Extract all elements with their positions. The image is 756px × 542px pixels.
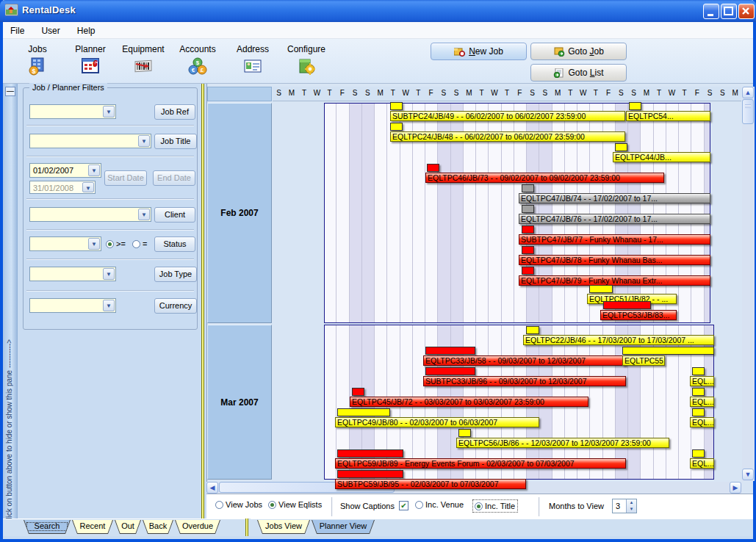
tab-back[interactable]: Back xyxy=(143,520,173,534)
toolbar-item-equipment[interactable]: Equipment xyxy=(118,44,169,77)
scroll-down-icon[interactable]: ▼ xyxy=(742,469,754,480)
job-type-button[interactable]: Job Type xyxy=(154,267,197,282)
title-bar[interactable]: RentalDesk xyxy=(0,0,756,22)
inc-venue-radio[interactable]: Inc. Venue xyxy=(415,500,464,509)
months-to-view-spinner[interactable]: 3 ▲▼ xyxy=(612,499,637,513)
gantt-bar-caption[interactable]: EQLTPC47/JB/78 - Funky Whanau Bas... xyxy=(519,255,710,265)
gantt-bar-block[interactable] xyxy=(603,301,651,309)
job-type-combo[interactable]: ▼ xyxy=(29,267,116,281)
close-button[interactable] xyxy=(738,4,755,19)
gantt-bar-caption[interactable]: EQLTPC54... xyxy=(626,111,710,121)
gantt-bar-caption[interactable]: EQLTPC22/JB/46 - - 17/03/2007 to 17/03/2… xyxy=(523,335,714,345)
collapse-pane-button[interactable]: — xyxy=(5,87,15,96)
gantt-bar-caption[interactable]: SUBTPC59/JB/95 - - 02/03/2007 to 07/03/2… xyxy=(335,479,526,489)
status-eq-radio[interactable]: = xyxy=(132,239,148,248)
gantt-bar-block[interactable] xyxy=(352,388,364,396)
status-button[interactable]: Status xyxy=(154,236,195,252)
end-date-combo[interactable]: 31/01/2008▼ xyxy=(29,181,96,194)
job-title-combo[interactable]: ▼ xyxy=(29,134,151,148)
vertical-scrollbar[interactable]: ▲ ▼ xyxy=(742,87,755,481)
start-date-button[interactable]: Start Date xyxy=(104,170,147,186)
gantt-bar-caption[interactable]: EQL... xyxy=(690,417,714,427)
toolbar-item-jobs[interactable]: Jobs $ xyxy=(12,44,63,77)
menu-file[interactable]: File xyxy=(3,22,32,36)
gantt-bar-caption[interactable]: EQLTPC47/JB/79 - Funky Whanau Extr... xyxy=(519,275,710,286)
gantt-bar-caption[interactable]: EQL... xyxy=(690,397,714,407)
gantt-bar-block[interactable] xyxy=(337,408,390,416)
view-jobs-radio[interactable]: View Jobs xyxy=(215,500,262,509)
chevron-down-icon[interactable]: ▼ xyxy=(138,209,150,220)
gantt-bar-block[interactable] xyxy=(692,388,705,396)
menu-user[interactable]: User xyxy=(34,22,67,36)
gantt-bar-caption[interactable]: EQLTPC47/JB/76 - - 17/02/2007 to 17... xyxy=(519,214,710,224)
gantt-bar-caption[interactable]: EQLTPC46/JB/73 - - 09/02/2007 to 09/02/2… xyxy=(425,173,664,183)
chevron-down-icon[interactable]: ▼ xyxy=(88,165,100,176)
gantt-bar-caption[interactable]: EQLTPC49/JB/80 - - 02/03/2007 to 06/03/2… xyxy=(335,417,539,427)
chevron-down-icon[interactable]: ▼ xyxy=(88,238,100,250)
client-button[interactable]: Client xyxy=(154,207,195,223)
gantt-bar-block[interactable] xyxy=(425,347,475,355)
spinner-arrows-icon[interactable]: ▲▼ xyxy=(626,499,636,513)
tab-overdue[interactable]: Overdue xyxy=(175,520,220,534)
gantt-bar-caption[interactable]: EQLTPC33/JB/58 - - 09/03/2007 to 12/03/2… xyxy=(423,355,626,366)
chevron-down-icon[interactable]: ▼ xyxy=(103,106,115,118)
gantt-bar-caption[interactable]: SUBTPC47/JB/77 - Funky Whanau - 17... xyxy=(519,234,710,245)
gantt-bar-caption[interactable]: EQLTPC45/JB/72 - - 03/03/2007 to 03/03/2… xyxy=(350,397,588,407)
chevron-down-icon[interactable]: ▼ xyxy=(103,300,115,311)
maximize-button[interactable] xyxy=(721,4,737,19)
gantt-bar-caption[interactable]: EQLTPC59/JB/89 - Energy Events Forum - 0… xyxy=(335,458,626,469)
scroll-right-icon[interactable]: ▶ xyxy=(730,482,741,494)
gantt-bar-caption[interactable]: EQLTPC24/JB/48 - - 06/02/2007 to 06/02/2… xyxy=(390,131,625,142)
gantt-bar-block[interactable] xyxy=(390,102,403,110)
gantt-bar-caption[interactable]: EQLTPC44/JB... xyxy=(613,152,710,162)
chevron-down-icon[interactable]: ▼ xyxy=(103,268,115,280)
view-eqlists-radio[interactable]: View Eqlists xyxy=(268,500,322,509)
bottom-splitter[interactable] xyxy=(245,518,251,536)
gantt-bar-block[interactable] xyxy=(522,225,534,234)
status-gte-radio[interactable]: >= xyxy=(106,239,126,248)
tab-out[interactable]: Out xyxy=(115,520,141,534)
gantt-bar-block[interactable] xyxy=(522,184,534,192)
scroll-up-icon[interactable]: ▲ xyxy=(742,87,754,98)
panel-splitter[interactable] xyxy=(201,84,206,518)
end-date-button[interactable]: End Date xyxy=(153,170,195,186)
gantt-bar-block[interactable] xyxy=(522,267,534,275)
menu-help[interactable]: Help xyxy=(70,22,103,36)
gantt-bar-block[interactable] xyxy=(390,123,403,131)
chevron-down-icon[interactable]: ▼ xyxy=(82,182,94,192)
tab-recent[interactable]: Recent xyxy=(72,520,113,534)
toolbar-item-configure[interactable]: Configure xyxy=(281,44,332,77)
gantt-bar-block[interactable] xyxy=(692,408,705,416)
gantt-bar-block[interactable] xyxy=(526,326,539,334)
gantt-bar-caption[interactable]: EQLTPC47/JB/74 - - 17/02/2007 to 17... xyxy=(519,193,710,203)
gantt-bar-caption[interactable]: EQLTPC56/JB/86 - - 12/03/2007 to 12/03/2… xyxy=(456,438,669,448)
start-date-combo[interactable]: 01/02/2007▼ xyxy=(29,163,101,178)
gantt-bar-block[interactable] xyxy=(458,429,471,437)
tab-jobs-view[interactable]: Jobs View xyxy=(257,520,310,534)
toolbar-item-planner[interactable]: Planner 6 xyxy=(65,44,116,77)
chevron-down-icon[interactable]: ▼ xyxy=(138,135,150,147)
toolbar-item-address[interactable]: Address xyxy=(227,44,278,77)
currency-combo[interactable]: ▼ xyxy=(29,298,116,313)
goto-list-button[interactable]: Goto List xyxy=(530,64,627,82)
tab-search[interactable]: Search xyxy=(24,520,71,534)
gantt-bar-block[interactable] xyxy=(522,205,534,213)
gantt-bar-block[interactable] xyxy=(622,347,714,355)
gantt-bar-caption[interactable]: SUBTPC33/JB/96 - - 09/03/2007 to 12/03/2… xyxy=(423,376,626,386)
gantt-bar-block[interactable] xyxy=(615,143,627,151)
gantt-bar-block[interactable] xyxy=(337,449,403,458)
gantt-bar-caption[interactable]: EQL... xyxy=(690,458,714,469)
currency-button[interactable]: Currency xyxy=(154,298,197,314)
status-combo[interactable]: ▼ xyxy=(29,236,101,251)
vertical-scrollbar-thumb[interactable] xyxy=(742,99,754,124)
gantt-bar-caption[interactable]: EQL... xyxy=(690,376,714,386)
goto-job-button[interactable]: Goto Job xyxy=(530,43,627,60)
gantt-bar-block[interactable] xyxy=(337,470,403,478)
client-combo[interactable]: ▼ xyxy=(29,207,151,222)
scroll-left-icon[interactable]: ◀ xyxy=(206,482,218,494)
gantt-bar-caption[interactable]: EQLTPC53/JB/83... xyxy=(600,310,677,320)
gantt-bar-block[interactable] xyxy=(425,367,475,375)
job-ref-combo[interactable]: ▼ xyxy=(29,104,116,119)
gantt-bar-block[interactable] xyxy=(427,164,439,172)
inc-title-radio[interactable]: Inc. Title xyxy=(472,499,518,513)
